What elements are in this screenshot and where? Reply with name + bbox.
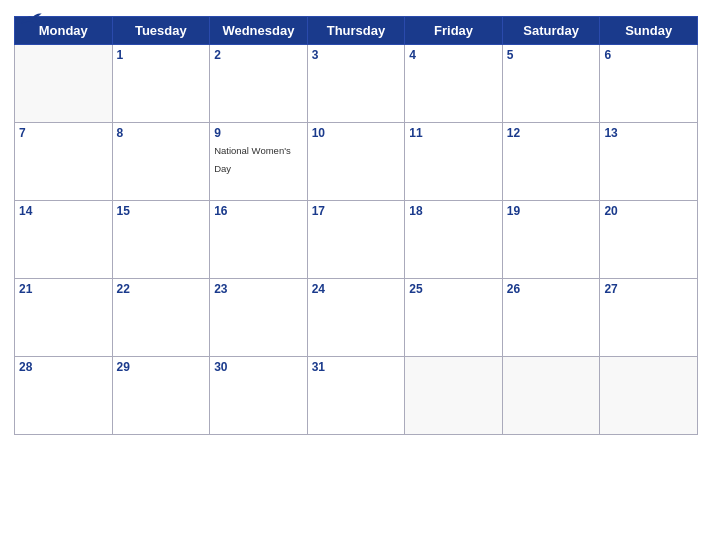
day-cell: 8 bbox=[112, 123, 210, 201]
week-row-3: 14151617181920 bbox=[15, 201, 698, 279]
day-cell: 16 bbox=[210, 201, 308, 279]
day-number: 27 bbox=[604, 282, 693, 296]
holiday-label: National Women's Day bbox=[214, 145, 291, 174]
day-number: 8 bbox=[117, 126, 206, 140]
day-number: 15 bbox=[117, 204, 206, 218]
col-tuesday: Tuesday bbox=[112, 17, 210, 45]
week-row-4: 21222324252627 bbox=[15, 279, 698, 357]
day-cell: 11 bbox=[405, 123, 503, 201]
day-cell bbox=[405, 357, 503, 435]
day-cell: 19 bbox=[502, 201, 600, 279]
day-cell: 22 bbox=[112, 279, 210, 357]
week-row-1: 123456 bbox=[15, 45, 698, 123]
day-cell: 23 bbox=[210, 279, 308, 357]
day-cell: 13 bbox=[600, 123, 698, 201]
day-cell: 5 bbox=[502, 45, 600, 123]
day-cell: 28 bbox=[15, 357, 113, 435]
logo bbox=[14, 10, 44, 28]
day-number: 12 bbox=[507, 126, 596, 140]
day-cell bbox=[600, 357, 698, 435]
day-cell bbox=[502, 357, 600, 435]
day-cell: 4 bbox=[405, 45, 503, 123]
day-number: 1 bbox=[117, 48, 206, 62]
col-thursday: Thursday bbox=[307, 17, 405, 45]
day-cell: 15 bbox=[112, 201, 210, 279]
day-number: 9 bbox=[214, 126, 303, 140]
day-number: 22 bbox=[117, 282, 206, 296]
day-number: 28 bbox=[19, 360, 108, 374]
day-cell: 18 bbox=[405, 201, 503, 279]
day-number: 14 bbox=[19, 204, 108, 218]
day-cell: 6 bbox=[600, 45, 698, 123]
day-cell: 3 bbox=[307, 45, 405, 123]
day-number: 16 bbox=[214, 204, 303, 218]
col-wednesday: Wednesday bbox=[210, 17, 308, 45]
day-cell: 17 bbox=[307, 201, 405, 279]
logo-bird-icon bbox=[16, 10, 44, 28]
week-row-2: 789National Women's Day10111213 bbox=[15, 123, 698, 201]
day-cell: 26 bbox=[502, 279, 600, 357]
day-cell: 27 bbox=[600, 279, 698, 357]
day-cell: 1 bbox=[112, 45, 210, 123]
col-sunday: Sunday bbox=[600, 17, 698, 45]
calendar-container: Monday Tuesday Wednesday Thursday Friday… bbox=[0, 0, 712, 550]
day-cell: 20 bbox=[600, 201, 698, 279]
day-number: 13 bbox=[604, 126, 693, 140]
day-cell: 14 bbox=[15, 201, 113, 279]
day-number: 23 bbox=[214, 282, 303, 296]
day-cell: 24 bbox=[307, 279, 405, 357]
day-number: 24 bbox=[312, 282, 401, 296]
day-number: 17 bbox=[312, 204, 401, 218]
day-number: 10 bbox=[312, 126, 401, 140]
day-cell bbox=[15, 45, 113, 123]
day-number: 18 bbox=[409, 204, 498, 218]
day-number: 20 bbox=[604, 204, 693, 218]
day-cell: 31 bbox=[307, 357, 405, 435]
col-friday: Friday bbox=[405, 17, 503, 45]
day-number: 4 bbox=[409, 48, 498, 62]
day-number: 3 bbox=[312, 48, 401, 62]
day-number: 19 bbox=[507, 204, 596, 218]
day-number: 6 bbox=[604, 48, 693, 62]
day-number: 11 bbox=[409, 126, 498, 140]
day-number: 2 bbox=[214, 48, 303, 62]
day-cell: 30 bbox=[210, 357, 308, 435]
week-row-5: 28293031 bbox=[15, 357, 698, 435]
day-number: 29 bbox=[117, 360, 206, 374]
weekday-header-row: Monday Tuesday Wednesday Thursday Friday… bbox=[15, 17, 698, 45]
day-number: 31 bbox=[312, 360, 401, 374]
day-cell: 2 bbox=[210, 45, 308, 123]
day-number: 21 bbox=[19, 282, 108, 296]
day-cell: 25 bbox=[405, 279, 503, 357]
col-saturday: Saturday bbox=[502, 17, 600, 45]
day-cell: 7 bbox=[15, 123, 113, 201]
day-number: 25 bbox=[409, 282, 498, 296]
day-cell: 29 bbox=[112, 357, 210, 435]
day-cell: 9National Women's Day bbox=[210, 123, 308, 201]
day-cell: 12 bbox=[502, 123, 600, 201]
day-number: 7 bbox=[19, 126, 108, 140]
day-number: 30 bbox=[214, 360, 303, 374]
day-number: 5 bbox=[507, 48, 596, 62]
calendar-table: Monday Tuesday Wednesday Thursday Friday… bbox=[14, 16, 698, 435]
day-cell: 21 bbox=[15, 279, 113, 357]
day-cell: 10 bbox=[307, 123, 405, 201]
day-number: 26 bbox=[507, 282, 596, 296]
